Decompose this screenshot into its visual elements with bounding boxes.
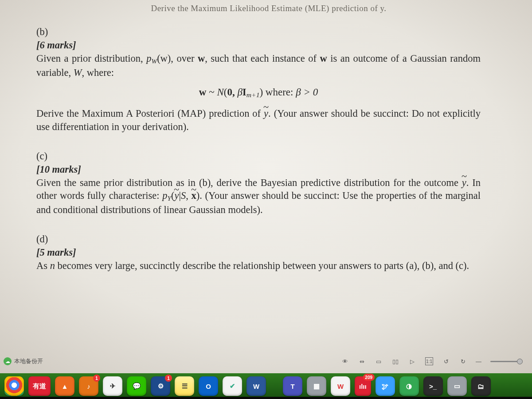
screen-bezel	[0, 397, 532, 399]
fit-width-icon[interactable]: ⇔	[358, 357, 366, 365]
zoom-divider: —	[476, 358, 481, 365]
dock-badge: 1	[165, 375, 172, 382]
viewer-status-bar: ☁ 本地备份开 👁 ⇔ ▭ ▯▯ ▷ 1:1 ↺ ↻ —	[0, 354, 532, 369]
eye-icon[interactable]: 👁	[341, 357, 349, 365]
dock-app-settings[interactable]: ⚙1	[151, 376, 170, 396]
dock-badge: 209	[363, 374, 375, 381]
dock-app-photos[interactable]: ▦	[307, 376, 326, 396]
backup-status: ☁ 本地备份开	[4, 357, 43, 365]
question-b-body: [6 marks] Given a prior distribution, pW…	[36, 39, 481, 133]
dock-app-wolfram[interactable]: W	[331, 376, 350, 396]
backup-status-text: 本地备份开	[14, 357, 43, 365]
equation-b: w ~ N(0, βIm+1) where: β > 0	[36, 86, 481, 100]
cloud-sync-icon: ☁	[4, 357, 12, 365]
question-c-label: (c)	[36, 150, 55, 163]
dock-app-notes[interactable]: ☰	[175, 376, 194, 396]
question-c: (c) [10 marks] Given the same prior dist…	[36, 150, 501, 217]
document-page: Derive the Maximum Likelihood Estimate (…	[0, 0, 532, 288]
dock-app-thunderbird[interactable]: 🕊	[376, 376, 395, 396]
dock-app-terminal[interactable]: >_	[423, 376, 443, 396]
question-b-label: (b)	[36, 25, 55, 39]
question-d: (d) [5 marks] As n becomes very large, s…	[36, 233, 501, 273]
macos-dock: 有道 ▲ ♪1 ✈ 💬 ⚙1 ☰ O ✔ W T ▦ W ılıı209 🕊 ◑…	[0, 373, 532, 399]
zoom-slider[interactable]	[490, 361, 521, 362]
question-d-body: [5 marks] As n becomes very large, succi…	[36, 246, 481, 273]
question-c-body: [10 marks] Given the same prior distribu…	[36, 163, 481, 217]
rotate-left-icon[interactable]: ↺	[442, 357, 450, 365]
question-c-marks: [10 marks]	[36, 164, 81, 175]
dock-app-chrome[interactable]	[4, 376, 24, 396]
dock-app-word[interactable]: W	[246, 376, 266, 396]
dock-app-youdao[interactable]: 有道	[28, 376, 51, 396]
single-page-icon[interactable]: ▭	[375, 357, 383, 365]
facing-pages-icon[interactable]: ▯▯	[391, 357, 399, 365]
rotate-right-icon[interactable]: ↻	[459, 357, 467, 365]
question-b-marks: [6 marks]	[36, 40, 76, 51]
dock-app-mail[interactable]: ✈	[103, 376, 122, 396]
zoom-slider-thumb[interactable]	[517, 359, 523, 364]
dock-app-window[interactable]: ▭	[447, 376, 467, 396]
question-d-marks: [5 marks]	[36, 247, 76, 258]
question-d-label: (d)	[36, 233, 55, 246]
dock-app-outlook[interactable]: O	[199, 376, 218, 396]
play-icon[interactable]: ▷	[408, 357, 416, 365]
dock-app-todo[interactable]: ✔	[223, 376, 242, 396]
dock-app-teams[interactable]: T	[283, 376, 302, 396]
dock-app-music[interactable]: ♪1	[79, 376, 98, 396]
dock-app-matlab[interactable]: ▲	[55, 376, 74, 396]
dock-app-activity[interactable]: ◑	[399, 376, 419, 396]
dock-app-finder[interactable]: 🗂	[471, 376, 491, 396]
dock-app-iliji[interactable]: ılıı209	[355, 376, 371, 396]
truncated-previous-line: Derive the Maximum Likelihood Estimate (…	[36, 3, 501, 14]
dock-badge: 1	[93, 375, 100, 382]
question-b: (b) [6 marks] Given a prior distribution…	[36, 25, 501, 133]
dock-app-wechat[interactable]: 💬	[127, 376, 146, 396]
actual-size-icon[interactable]: 1:1	[425, 357, 433, 365]
